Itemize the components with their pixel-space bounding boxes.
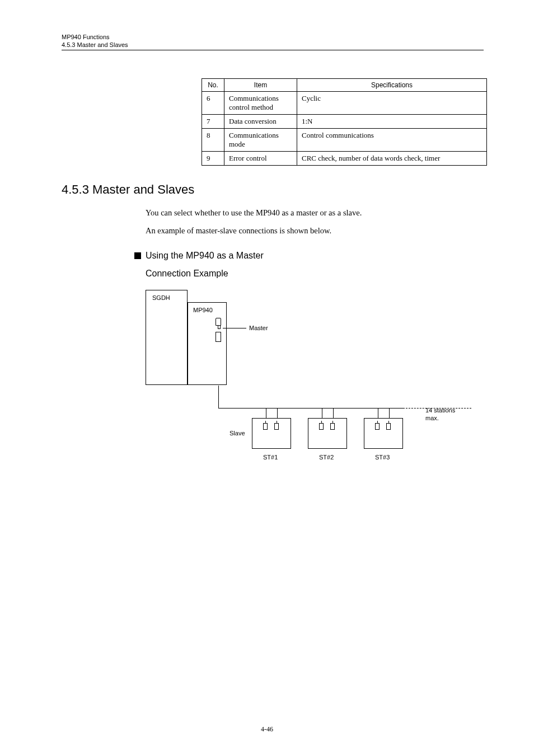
spec-table: No. Item Specifications 6 Communications… [202,78,487,166]
slave-box-1 [252,418,291,449]
slave-label: Slave [229,430,245,436]
sgdh-label: SGDH [152,294,170,301]
connector-line [378,408,378,418]
cell-item: Data conversion [224,115,297,129]
port-icon [274,423,279,430]
connector-line [389,408,390,418]
running-head-title: MP940 Functions [62,34,484,40]
mp940-box [188,302,227,385]
connector-line [277,408,278,418]
cell-item: Communications mode [224,129,297,152]
cell-no: 8 [202,129,224,152]
sgdh-box [146,290,188,385]
cell-spec: Cyclic [297,92,487,115]
cell-no: 9 [202,152,224,166]
table-row: 6 Communications control method Cyclic [202,92,487,115]
cell-spec: CRC check, number of data words check, t… [297,152,487,166]
running-head-subtitle: 4.5.3 Master and Slaves [62,41,484,48]
connector-line [218,386,219,408]
paragraph-1: You can select whether to use the MP940 … [146,207,484,219]
port-icon [386,423,391,430]
station-1-label: ST#1 [263,454,278,461]
station-3-label: ST#3 [375,454,390,461]
port-icon [319,423,324,430]
table-row: 7 Data conversion 1:N [202,115,487,129]
cell-item: Communications control method [224,92,297,115]
section-heading: 4.5.3 Master and Slaves [62,182,484,197]
connector-line [266,408,266,418]
slave-box-3 [364,418,403,449]
sub-heading: Using the MP940 as a Master [134,251,484,261]
port-icon [216,332,221,342]
square-bullet-icon [134,252,141,259]
connector-line [223,328,246,328]
th-no: No. [202,79,224,92]
cell-no: 6 [202,92,224,115]
port-icon [330,423,335,430]
station-2-label: ST#2 [319,454,334,461]
port-icon [216,318,221,326]
th-item: Item [224,79,297,92]
table-header-row: No. Item Specifications [202,79,487,92]
connection-diagram: SGDH MP940 Master Slave ST#1 ST#2 ST#3 1… [146,290,481,469]
table-row: 9 Error control CRC check, number of dat… [202,152,487,166]
slave-box-2 [308,418,347,449]
port-icon [263,423,268,430]
header-rule [62,50,484,50]
page-number: 4-46 [0,725,534,734]
th-spec: Specifications [297,79,487,92]
connector-line [322,408,322,418]
cell-spec: 1:N [297,115,487,129]
table-row: 8 Communications mode Control communicat… [202,129,487,152]
subsub-heading: Connection Example [146,269,484,279]
master-label: Master [249,325,268,331]
cell-spec: Control communications [297,129,487,152]
sub-heading-text: Using the MP940 as a Master [146,251,264,261]
mp940-label: MP940 [193,307,213,313]
cell-no: 7 [202,115,224,129]
stations-note: 14 stationsmax. [425,406,455,422]
connector-line [333,408,334,418]
port-icon [375,423,380,430]
paragraph-2: An example of master-slave connections i… [146,225,484,237]
connector-line [218,408,403,408]
cell-item: Error control [224,152,297,166]
